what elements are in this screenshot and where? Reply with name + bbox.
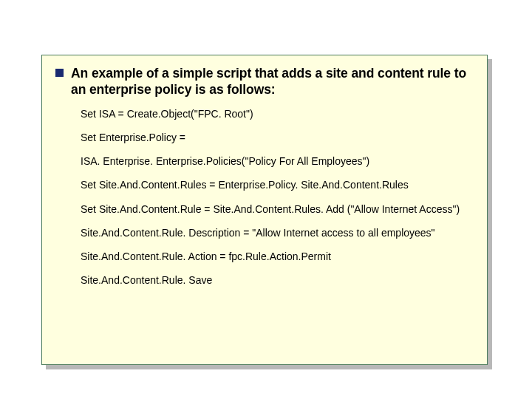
script-lines: Set ISA = Create.Object("FPC. Root") Set… [55, 107, 480, 287]
script-line: Set Site.And.Content.Rules = Enterprise.… [81, 178, 475, 191]
script-line: ISA. Enterprise. Enterprise.Policies("Po… [81, 154, 475, 168]
script-line: Set ISA = Create.Object("FPC. Root") [81, 107, 475, 120]
script-line: Set Site.And.Content.Rule = Site.And.Con… [81, 202, 475, 216]
script-line: Site.And.Content.Rule. Save [81, 273, 475, 287]
script-line: Site.And.Content.Rule. Action = fpc.Rule… [81, 250, 475, 263]
heading-row: An example of a simple script that adds … [55, 66, 480, 98]
script-line: Site.And.Content.Rule. Description = "Al… [81, 226, 475, 239]
content-card: An example of a simple script that adds … [41, 55, 488, 365]
heading-text: An example of a simple script that adds … [71, 66, 480, 98]
script-line: Set Enterprise.Policy = [81, 131, 475, 144]
square-bullet-icon [55, 69, 64, 77]
